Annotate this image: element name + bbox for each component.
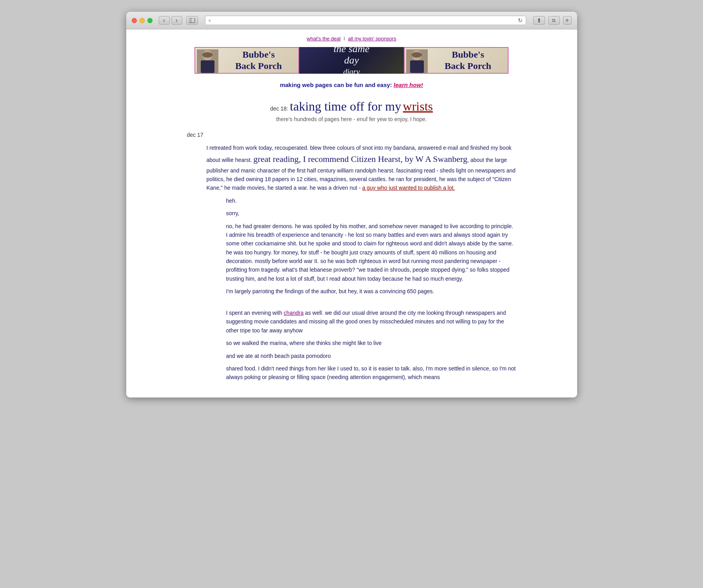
article-date-prefix: dec 18: — [270, 105, 288, 112]
new-tab-overview-button[interactable]: ⧉ — [548, 16, 560, 25]
forward-button[interactable] — [171, 16, 182, 25]
share-button[interactable]: ⬆ — [533, 16, 545, 25]
plus-icon: + — [565, 17, 569, 24]
chandra-link[interactable]: chandra — [284, 310, 304, 316]
learn-how-link[interactable]: learn how! — [394, 82, 423, 88]
article-heading: dec 18: taking time off for my wrists — [187, 99, 516, 114]
sponsors-link[interactable]: all my lovin' sponsors — [348, 36, 396, 42]
bubbe-image-left — [197, 49, 218, 73]
main-para1: no, he had greater demons. he was spoile… — [226, 222, 516, 283]
bubbe-figure-right — [406, 49, 428, 73]
making-web-pages: making web pages can be fun and easy: le… — [126, 82, 577, 88]
heh-para: heh. — [226, 196, 516, 205]
para3-intro: I spent an evening with — [226, 310, 282, 316]
svg-rect-0 — [189, 18, 195, 23]
new-tab-button[interactable]: + — [563, 16, 572, 25]
whats-the-deal-link[interactable]: what's the deal — [307, 36, 340, 42]
nav-separator: I — [343, 36, 345, 42]
tabs-icon: ⧉ — [552, 18, 556, 23]
address-input[interactable] — [213, 18, 518, 23]
body-intro-para: I retreated from work today, recouperate… — [207, 143, 516, 192]
browser-titlebar: ≡ ↻ ⬆ ⧉ + — [126, 12, 577, 29]
browser-window: ≡ ↻ ⬆ ⧉ + what's the deal I all my lovin… — [126, 12, 577, 397]
article-title-plain: taking time off for my — [290, 99, 401, 113]
traffic-lights — [132, 18, 153, 23]
maximize-button[interactable] — [147, 18, 153, 23]
svg-rect-4 — [201, 60, 214, 73]
main-para2: I'm largely parroting the findings of th… — [226, 287, 516, 296]
svg-point-5 — [202, 52, 213, 58]
main-para5: and we ate at north beach pasta pomodoro — [226, 352, 516, 360]
bubbe-figure-left — [197, 49, 218, 73]
banner-bubbe-left[interactable]: Bubbe'sBack Porch — [194, 47, 299, 74]
banner-bubbe-left-text: Bubbe'sBack Porch — [235, 49, 282, 72]
article-container: dec 18: taking time off for my wrists th… — [175, 99, 528, 382]
sidebar-icon — [189, 18, 195, 23]
refresh-icon[interactable]: ↻ — [518, 17, 523, 24]
banner-bubbe-right-text: Bubbe'sBack Porch — [445, 49, 491, 72]
browser-actions: ⬆ ⧉ + — [533, 16, 572, 25]
close-button[interactable] — [132, 18, 137, 23]
svg-rect-8 — [410, 60, 424, 73]
chevron-left-icon — [163, 17, 165, 24]
article-body: I retreated from work today, recouperate… — [207, 143, 516, 382]
article-title-link[interactable]: wrists — [403, 99, 433, 113]
back-button[interactable] — [159, 16, 170, 25]
chevron-right-icon — [176, 17, 178, 24]
making-web-text: making web pages can be fun and easy: — [280, 82, 392, 88]
banner-diary-center[interactable]: the samedaydiary — [299, 47, 404, 74]
indented-section: heh. sorry, no, he had greater demons. h… — [226, 196, 516, 382]
nav-buttons — [159, 16, 182, 25]
main-para3: I spent an evening with chandra as well.… — [226, 309, 516, 335]
sorry-para: sorry, — [226, 209, 516, 218]
sidebar-button[interactable] — [186, 16, 198, 25]
share-icon: ⬆ — [537, 17, 541, 24]
page-content: what's the deal I all my lovin' sponsors… — [126, 29, 577, 397]
address-bar-container: ≡ ↻ — [205, 16, 526, 25]
bubbe-image-right — [406, 49, 428, 73]
section-date: dec 17 — [187, 132, 516, 138]
banner-area: Bubbe'sBack Porch the samedaydiary — [126, 47, 577, 74]
publish-lot-link[interactable]: a guy who just wanted to publish a lot. — [362, 185, 455, 191]
main-para4: so we walked the marina, where she think… — [226, 339, 516, 347]
minimize-button[interactable] — [140, 18, 145, 23]
banner-bubbe-right[interactable]: Bubbe'sBack Porch — [404, 47, 509, 74]
main-para6: shared food. I didn't need things from h… — [226, 364, 516, 382]
body-large-span: great reading, I recommend Citizen Hears… — [253, 154, 467, 164]
list-icon: ≡ — [209, 18, 211, 23]
top-nav: what's the deal I all my lovin' sponsors — [126, 36, 577, 42]
article-subtitle: there's hundreds of pages here - enuf fe… — [187, 116, 516, 122]
banner-diary-text: the samedaydiary — [334, 47, 370, 74]
svg-point-9 — [412, 52, 422, 58]
